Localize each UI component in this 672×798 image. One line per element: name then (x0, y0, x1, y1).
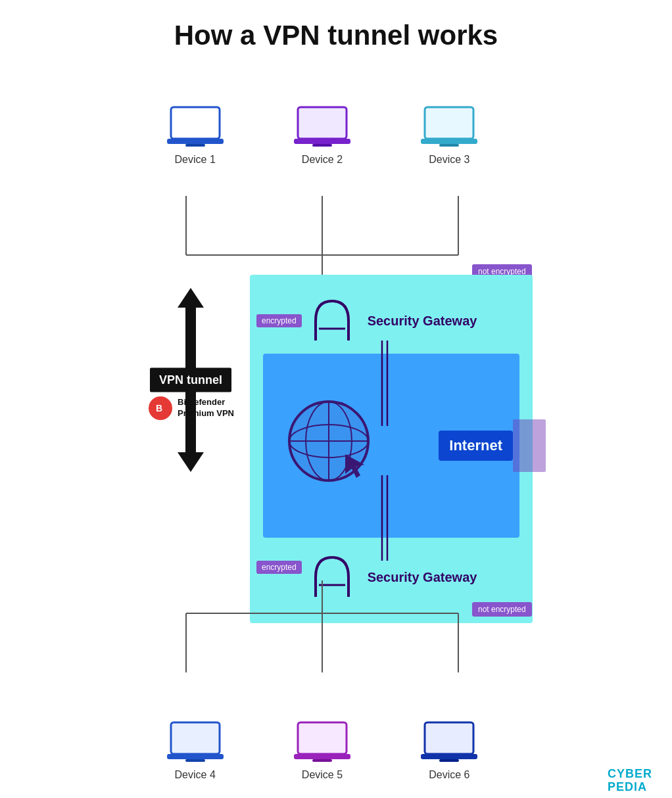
svg-marker-30 (178, 288, 204, 308)
device-6-label: Device 6 (429, 769, 469, 781)
encrypted-badge-top: encrypted (256, 314, 302, 327)
devices-top-row: Device 1 Device 2 Device 3 (132, 104, 513, 166)
svg-rect-31 (185, 308, 196, 370)
svg-rect-47 (425, 722, 473, 754)
connection-lines-bottom (132, 580, 513, 672)
device-3-label: Device 3 (429, 154, 469, 166)
vpn-tunnel-area: VPN tunnel (145, 288, 237, 472)
device-5-label: Device 5 (302, 769, 343, 781)
svg-rect-3 (298, 107, 347, 139)
bitdefender-name: Bitdefender Premium VPN (178, 397, 234, 419)
svg-rect-7 (421, 139, 477, 144)
svg-rect-4 (294, 139, 350, 144)
internet-block: Internet (263, 354, 519, 538)
globe-icon (283, 395, 381, 496)
device-4: Device 4 (156, 719, 235, 781)
bitdefender-logo: B Bitdefender Premium VPN (149, 396, 234, 420)
svg-rect-0 (171, 107, 220, 139)
encrypted-badge-bottom: encrypted (256, 561, 302, 574)
svg-rect-5 (312, 144, 332, 147)
svg-rect-44 (298, 722, 347, 754)
svg-rect-49 (439, 759, 459, 762)
devices-bottom-row: Device 4 Device 5 Device 6 (132, 719, 513, 781)
internet-label: Internet (439, 431, 513, 461)
device-2: Device 2 (283, 104, 362, 166)
page-title: How a VPN tunnel works (0, 0, 672, 64)
svg-rect-43 (185, 759, 205, 762)
svg-rect-42 (167, 754, 224, 759)
sg-top-label: Security Gateway (368, 314, 477, 329)
diagram: Device 1 Device 2 Device 3 (0, 64, 672, 798)
svg-rect-41 (171, 722, 220, 754)
vpn-tunnel-label: VPN tunnel (150, 368, 231, 392)
not-encrypted-badge-bottom: not encrypted (472, 602, 532, 617)
main-vpn-block: Security Gateway encrypted (250, 275, 533, 623)
device-6: Device 6 (410, 719, 489, 781)
device-4-label: Device 4 (175, 769, 216, 781)
bitdefender-icon: B (149, 396, 172, 420)
svg-rect-2 (185, 144, 205, 147)
connection-lines-top (132, 196, 513, 288)
device-3: Device 3 (410, 104, 489, 166)
svg-rect-48 (421, 754, 477, 759)
purple-extension (513, 419, 546, 472)
svg-rect-8 (439, 144, 459, 147)
device-5: Device 5 (283, 719, 362, 781)
svg-rect-45 (294, 754, 350, 759)
svg-rect-1 (167, 139, 224, 144)
svg-rect-46 (312, 759, 332, 762)
device-2-label: Device 2 (302, 154, 343, 166)
device-1: Device 1 (156, 104, 235, 166)
cyberpedia-watermark: CYBER PEDIA (608, 768, 652, 794)
svg-marker-33 (178, 452, 204, 472)
svg-text:B: B (156, 403, 162, 413)
svg-rect-6 (425, 107, 473, 139)
device-1-label: Device 1 (175, 154, 216, 166)
